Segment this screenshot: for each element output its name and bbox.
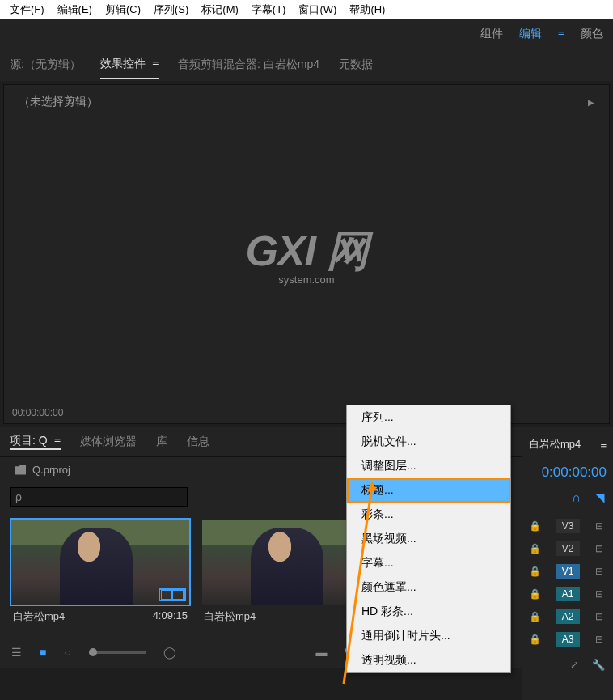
- clip-thumbnail[interactable]: 白岩松mp44:09:15: [11, 520, 189, 629]
- source-patch-icon[interactable]: ⊟: [595, 543, 607, 554]
- av-badge-icon: [159, 588, 186, 601]
- hamburger-icon[interactable]: ≡: [558, 28, 564, 40]
- audio-track-a1[interactable]: 🔒A1⊟: [522, 583, 613, 605]
- panel-menu-icon[interactable]: ≡: [152, 57, 159, 70]
- ctx-countdown[interactable]: 通用倒计时片头...: [347, 624, 510, 648]
- tab-source[interactable]: 源:（无剪辑）: [10, 51, 81, 78]
- audio-track-a2[interactable]: 🔒A2⊟: [522, 605, 613, 628]
- ctx-captions[interactable]: 字幕...: [347, 551, 510, 575]
- ctx-bars[interactable]: 彩条...: [347, 503, 510, 527]
- main-menubar: 文件(F) 编辑(E) 剪辑(C) 序列(S) 标记(M) 字幕(T) 窗口(W…: [0, 0, 613, 19]
- menu-file[interactable]: 文件(F): [3, 1, 51, 19]
- watermark: GXI 网 system.com: [245, 223, 367, 286]
- source-panel-tabs: 源:（无剪辑） 效果控件≡ 音频剪辑混合器: 白岩松mp4 元数据: [0, 49, 613, 81]
- workspace-color[interactable]: 颜色: [581, 27, 603, 41]
- source-patch-icon[interactable]: ⊟: [595, 634, 607, 645]
- zoom-in-icon[interactable]: ◯: [163, 646, 176, 659]
- wrench-icon[interactable]: 🔧: [592, 659, 605, 671]
- zoom-slider[interactable]: [89, 651, 146, 654]
- zoom-out-icon[interactable]: ○: [64, 646, 70, 659]
- ctx-title[interactable]: 标题...: [347, 478, 510, 503]
- menu-clip[interactable]: 剪辑(C): [99, 1, 147, 19]
- clip-name: 白岩松mp4: [204, 609, 256, 624]
- icon-view-icon[interactable]: ■: [40, 646, 46, 659]
- ctx-black-video[interactable]: 黑场视频...: [347, 527, 510, 551]
- effect-controls-panel: （未选择剪辑） ▶ GXI 网 system.com 00:00:00:00: [3, 84, 610, 424]
- audio-track-a3[interactable]: 🔒A3⊟: [522, 628, 613, 651]
- video-track-v3[interactable]: 🔒V3⊟: [522, 515, 613, 537]
- ctx-transparent-video[interactable]: 透明视频...: [347, 648, 510, 672]
- tab-libraries[interactable]: 库: [156, 435, 167, 449]
- automate-icon[interactable]: ▬: [315, 646, 327, 659]
- ctx-sequence[interactable]: 序列...: [347, 405, 510, 430]
- tab-media-browser[interactable]: 媒体浏览器: [80, 435, 137, 449]
- panel-menu-icon[interactable]: ≡: [600, 439, 607, 451]
- ctx-color-matte[interactable]: 颜色遮罩...: [347, 575, 510, 600]
- ctx-hd-bars[interactable]: HD 彩条...: [347, 600, 510, 624]
- snap-icon[interactable]: ∩: [572, 490, 581, 505]
- source-patch-icon[interactable]: ⊟: [595, 566, 607, 577]
- menu-marker[interactable]: 标记(M): [195, 1, 245, 19]
- project-thumbnails: 白岩松mp44:09:15 白岩松mp4: [0, 511, 613, 637]
- project-filename: Q.prproj: [32, 464, 70, 476]
- project-panel: 项目: Q≡ 媒体浏览器 库 信息 Q.prproj ρ ⑆ 1 项已选 白岩松…: [0, 427, 613, 668]
- lock-icon[interactable]: 🔒: [529, 634, 540, 645]
- workspace-assembly[interactable]: 组件: [480, 27, 503, 41]
- project-toolbar: ☰ ■ ○ ◯ ▬ 🔍 🗀 🗋 🗑 ⤢: [0, 637, 613, 668]
- source-patch-icon[interactable]: ⊟: [595, 611, 607, 622]
- search-input[interactable]: ρ: [10, 487, 188, 507]
- tab-info[interactable]: 信息: [187, 435, 209, 449]
- sequence-title: 白岩松mp4: [529, 437, 581, 452]
- workspace-bar: 组件 编辑 ≡ 颜色: [0, 19, 613, 49]
- timeline-timecode[interactable]: 0:00:00:00: [522, 460, 613, 486]
- lock-icon[interactable]: 🔒: [529, 566, 540, 577]
- expand-icon[interactable]: ⤢: [570, 659, 579, 671]
- video-track-v2[interactable]: 🔒V2⊟: [522, 537, 613, 560]
- ctx-adjustment-layer[interactable]: 调整图层...: [347, 454, 510, 478]
- no-clip-selected-label: （未选择剪辑）: [19, 95, 98, 109]
- lock-icon[interactable]: 🔒: [529, 588, 540, 600]
- workspace-editing[interactable]: 编辑: [519, 27, 542, 41]
- folder-icon: [15, 465, 26, 475]
- play-icon[interactable]: ▶: [588, 98, 594, 107]
- source-patch-icon[interactable]: ⊟: [595, 588, 607, 600]
- timeline-panel: 白岩松mp4 ≡ 0:00:00:00 ∩ ◥ 🔒V3⊟ 🔒V2⊟ 🔒V1⊟ 🔒…: [522, 429, 613, 700]
- clip-duration: 4:09:15: [153, 609, 188, 624]
- menu-title[interactable]: 字幕(T): [245, 1, 293, 19]
- menu-sequence[interactable]: 序列(S): [147, 1, 195, 19]
- new-item-context-menu: 序列... 脱机文件... 调整图层... 标题... 彩条... 黑场视频..…: [346, 405, 511, 673]
- tab-effect-controls[interactable]: 效果控件≡: [100, 50, 159, 79]
- menu-help[interactable]: 帮助(H): [343, 1, 391, 19]
- source-patch-icon[interactable]: ⊟: [595, 520, 607, 532]
- lock-icon[interactable]: 🔒: [529, 520, 540, 532]
- lock-icon[interactable]: 🔒: [529, 543, 540, 554]
- panel-menu-icon[interactable]: ≡: [54, 435, 61, 448]
- tab-project[interactable]: 项目: Q≡: [10, 434, 61, 450]
- linked-selection-icon[interactable]: ◥: [595, 490, 605, 505]
- menu-window[interactable]: 窗口(W): [292, 1, 343, 19]
- ctx-offline-file[interactable]: 脱机文件...: [347, 430, 510, 454]
- list-view-icon[interactable]: ☰: [11, 646, 22, 659]
- tab-metadata[interactable]: 元数据: [339, 51, 373, 78]
- tab-audio-mixer[interactable]: 音频剪辑混合器: 白岩松mp4: [178, 51, 319, 78]
- clip-name: 白岩松mp4: [13, 609, 65, 624]
- lock-icon[interactable]: 🔒: [529, 611, 540, 622]
- video-track-v1[interactable]: 🔒V1⊟: [522, 560, 613, 583]
- timecode-display: 00:00:00:00: [12, 407, 63, 418]
- menu-edit[interactable]: 编辑(E): [51, 1, 99, 19]
